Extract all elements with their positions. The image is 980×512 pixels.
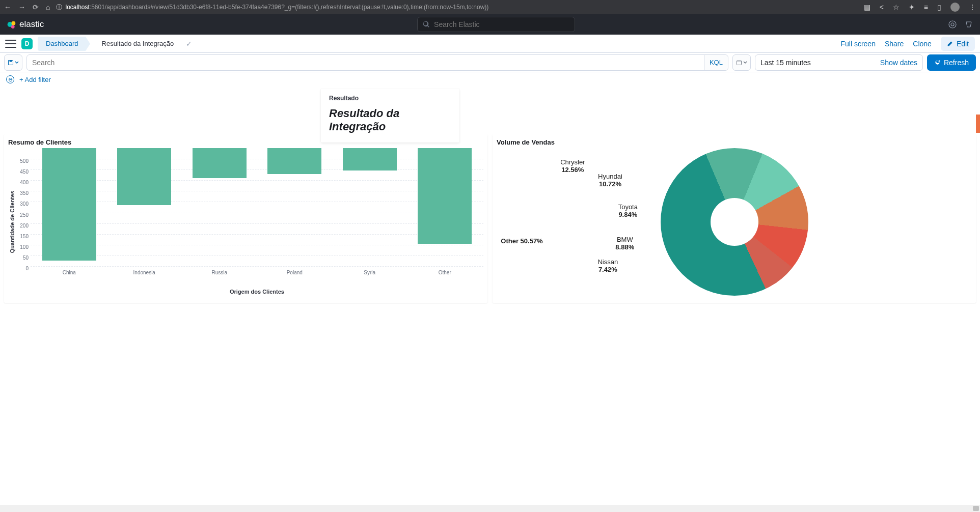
- donut-slice-label: Toyota9.84%: [605, 204, 651, 219]
- url-path: :5601/app/dashboards#/view/51d3db30-e6f8…: [90, 4, 488, 11]
- elastic-logo-icon: [7, 20, 16, 29]
- title-panel: Resultado Resultado da Integração: [321, 89, 459, 143]
- bar-bars: ChinaIndonesiaRussiaPolandSyriaOther: [31, 148, 483, 266]
- pie-chart-title: Volume de Vendas: [497, 138, 972, 146]
- svg-point-1: [11, 21, 15, 25]
- extensions-icon[interactable]: ✦: [909, 3, 915, 11]
- fullscreen-button[interactable]: Full screen: [840, 40, 875, 48]
- time-picker[interactable]: Last 15 minutes Show dates: [755, 54, 923, 71]
- bar-y-tick: 200: [20, 222, 29, 228]
- bar-chart: Quantidade de Clientes 05010015020025030…: [8, 148, 483, 296]
- bar-y-tick: 0: [25, 266, 29, 271]
- donut-slice-label: Other 50.57%: [499, 238, 545, 245]
- nav-menu-icon[interactable]: [5, 40, 16, 48]
- refresh-icon: [934, 59, 941, 66]
- elastic-logo-text: elastic: [19, 19, 44, 30]
- browser-chrome: ← → ⟳ ⌂ ⓘ localhost:5601/app/dashboards#…: [0, 0, 980, 14]
- date-quick-button[interactable]: [732, 54, 751, 71]
- browser-toolbar-right: ▤ < ☆ ✦ ≡ ▯ ⋮: [864, 3, 976, 12]
- donut-slice-label: Chrysler12.56%: [550, 159, 595, 174]
- breadcrumb-current: Resultado da Integração: [91, 37, 181, 51]
- dashboard-actions: Full screen Share Clone Edit: [840, 37, 975, 51]
- browser-menu-icon[interactable]: ⋮: [969, 3, 976, 11]
- refresh-button[interactable]: Refresh: [927, 54, 976, 71]
- browser-nav: ← → ⟳ ⌂: [4, 3, 50, 11]
- bar-column[interactable]: Other: [407, 148, 483, 266]
- add-filter-button[interactable]: + Add filter: [19, 76, 51, 83]
- newsfeed-icon[interactable]: [965, 20, 973, 29]
- forward-icon[interactable]: →: [18, 3, 25, 11]
- bar-column[interactable]: Poland: [257, 148, 333, 266]
- star-icon[interactable]: ☆: [893, 3, 900, 11]
- bar-category-label: Russia: [211, 270, 227, 275]
- bar-rect: [418, 148, 472, 244]
- global-search[interactable]: [417, 17, 575, 32]
- bar-column[interactable]: Syria: [332, 148, 407, 266]
- pencil-icon: [947, 40, 954, 47]
- space-badge[interactable]: D: [21, 38, 33, 49]
- bar-x-axis-label: Origem dos Clientes: [31, 289, 483, 295]
- bar-y-tick: 350: [20, 190, 29, 196]
- query-input-wrap: KQL: [26, 54, 728, 71]
- dashboard-body: Resultado Resultado da Integração Resumo…: [0, 88, 980, 307]
- breadcrumb-dashboard[interactable]: Dashboard: [38, 37, 86, 51]
- edit-button[interactable]: Edit: [941, 37, 975, 51]
- bar-rect: [193, 148, 247, 178]
- svg-point-2: [11, 25, 15, 29]
- home-icon[interactable]: ⌂: [46, 3, 50, 11]
- edit-button-label: Edit: [957, 40, 969, 48]
- saved-query-button[interactable]: [4, 54, 22, 71]
- bar-y-tick: 400: [20, 180, 29, 185]
- share-button[interactable]: Share: [885, 40, 904, 48]
- elastic-logo[interactable]: elastic: [7, 19, 44, 30]
- title-panel-text: Resultado da Integração: [329, 107, 451, 133]
- bar-column[interactable]: China: [32, 148, 107, 266]
- bar-rect: [117, 148, 171, 205]
- help-icon[interactable]: [948, 20, 957, 29]
- bar-category-label: Poland: [287, 270, 303, 275]
- check-icon: ✓: [186, 40, 192, 48]
- bar-y-ticks: 050100150200250300350400450500: [16, 150, 31, 268]
- search-icon: [423, 21, 430, 28]
- bar-y-tick: 500: [20, 158, 29, 164]
- query-bar: KQL Last 15 minutes Show dates Refresh: [0, 53, 980, 72]
- show-dates-link[interactable]: Show dates: [880, 59, 917, 67]
- profile-avatar[interactable]: [950, 3, 960, 12]
- clone-button[interactable]: Clone: [913, 40, 932, 48]
- donut-slice-label: Hyundai10.72%: [587, 173, 633, 188]
- translate-icon[interactable]: ▤: [864, 3, 870, 11]
- donut-slice-label: BMW8.88%: [602, 236, 648, 251]
- bar-y-tick: 150: [20, 233, 29, 239]
- bar-column[interactable]: Indonesia: [107, 148, 182, 266]
- bar-rect: [343, 148, 397, 170]
- bar-y-axis-label: Quantidade de Clientes: [8, 191, 16, 253]
- pie-chart-panel: Volume de Vendas Other 50.57%Chrysler12.…: [493, 134, 976, 303]
- global-search-input[interactable]: [434, 20, 569, 29]
- query-input[interactable]: [27, 59, 704, 67]
- pie-chart: Other 50.57%Chrysler12.56%Hyundai10.72%T…: [497, 148, 972, 296]
- browser-url-bar[interactable]: ⓘ localhost:5601/app/dashboards#/view/51…: [56, 3, 857, 12]
- info-icon: ⓘ: [56, 3, 62, 12]
- bar-y-tick: 300: [20, 201, 29, 207]
- kql-toggle[interactable]: KQL: [704, 55, 728, 70]
- bar-category-label: Syria: [364, 270, 375, 275]
- filter-bar: ⊖ + Add filter: [0, 72, 980, 88]
- donut-slice-label: Nissan7.42%: [585, 259, 631, 274]
- calendar-icon: [736, 60, 742, 66]
- title-panel-label: Resultado: [329, 95, 451, 102]
- bar-rect: [42, 148, 96, 261]
- panel-icon[interactable]: ▯: [937, 3, 941, 11]
- share-browser-icon[interactable]: <: [880, 3, 884, 11]
- bar-chart-panel: Resumo de Clientes Quantidade de Cliente…: [4, 134, 487, 303]
- bar-rect: [267, 148, 321, 174]
- bar-column[interactable]: Russia: [182, 148, 257, 266]
- playlist-icon[interactable]: ≡: [924, 3, 928, 11]
- breadcrumb-bar: D Dashboard Resultado da Integração ✓ Fu…: [0, 35, 980, 53]
- bar-category-label: China: [63, 270, 76, 275]
- reload-icon[interactable]: ⟳: [33, 3, 39, 11]
- back-icon[interactable]: ←: [4, 3, 11, 11]
- chevron-down-icon: [743, 61, 747, 65]
- filter-options-icon[interactable]: ⊖: [6, 75, 14, 83]
- bar-y-tick: 450: [20, 169, 29, 175]
- svg-rect-7: [737, 61, 741, 65]
